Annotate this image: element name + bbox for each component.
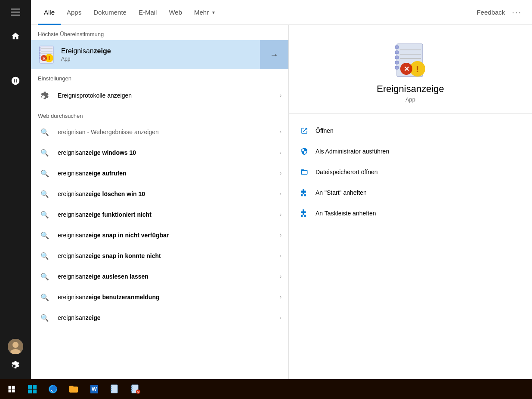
svg-rect-29 <box>28 385 32 389</box>
settings-item-icon <box>38 89 52 102</box>
web-item-text-8: ereignisanzeige benutzeranmeldung <box>58 293 274 301</box>
taskbar-word[interactable]: W <box>84 381 104 398</box>
taskbar-edge[interactable] <box>43 381 63 398</box>
web-item-3[interactable]: 🔍 ereignisanzeige löschen win 10 › <box>31 184 288 204</box>
sidebar <box>0 0 31 399</box>
web-item-text-6: ereignisanzeige snap in konnte nicht <box>58 252 274 260</box>
web-item-6[interactable]: 🔍 ereignisanzeige snap in konnte nicht › <box>31 246 288 266</box>
search-icon-8: 🔍 <box>38 290 52 304</box>
search-icon-4: 🔍 <box>38 208 52 221</box>
svg-text:✕: ✕ <box>403 65 409 73</box>
more-options-button[interactable]: ··· <box>508 7 525 17</box>
action-file-location-text: Dateispeicherort öffnen <box>315 169 378 175</box>
detail-header: ! ✕ Ereignisanzeige App <box>289 25 532 114</box>
sidebar-settings-icon[interactable] <box>7 356 24 373</box>
settings-item-text: Ereignisprotokolle anzeigen <box>58 92 274 99</box>
action-file-location[interactable]: Dateispeicherort öffnen <box>299 162 522 182</box>
svg-rect-4 <box>39 47 40 49</box>
svg-rect-36 <box>111 385 118 393</box>
taskbar-app1[interactable] <box>22 381 42 398</box>
action-pin-start[interactable]: An "Start" anheften <box>299 182 522 203</box>
pin-start-icon <box>299 187 309 198</box>
taskbar-notebook[interactable] <box>105 381 125 398</box>
search-icon-3: 🔍 <box>38 187 52 201</box>
tab-alle[interactable]: Alle <box>38 0 61 25</box>
best-match-arrow[interactable]: → <box>260 40 288 69</box>
web-label: Web durchsuchen <box>31 107 288 122</box>
svg-text:!: ! <box>48 55 50 61</box>
svg-rect-39 <box>111 390 112 391</box>
svg-rect-8 <box>39 57 40 59</box>
settings-item-0[interactable]: Ereignisprotokolle anzeigen › <box>31 84 288 107</box>
svg-text:✕: ✕ <box>42 56 46 61</box>
best-match-title: Ereignisanzeige <box>61 47 253 55</box>
action-pin-taskbar[interactable]: An Taskleiste anheften <box>299 203 522 224</box>
action-pin-start-text: An "Start" anheften <box>315 189 367 196</box>
tab-mehr[interactable]: Mehr ▾ <box>188 0 221 25</box>
hamburger-menu[interactable] <box>7 3 24 21</box>
chevron-right-icon-6: › <box>280 253 281 259</box>
chevron-right-icon-1: › <box>280 150 281 156</box>
taskbar-files[interactable] <box>64 381 84 398</box>
svg-rect-37 <box>111 386 112 387</box>
svg-rect-7 <box>39 55 40 56</box>
svg-rect-19 <box>395 56 399 59</box>
tab-dokumente[interactable]: Dokumente <box>87 0 133 25</box>
web-item-8[interactable]: 🔍 ereignisanzeige benutzeranmeldung › <box>31 287 288 307</box>
tab-email[interactable]: E-Mail <box>133 0 163 25</box>
svg-point-1 <box>12 342 19 348</box>
web-item-9[interactable]: 🔍 ereignisanzeige › <box>31 307 288 328</box>
web-item-text-9: ereignisanzeige <box>58 314 274 322</box>
web-item-text-2: ereignisanzeige aufrufen <box>58 169 274 177</box>
web-item-4[interactable]: 🔍 ereignisanzeige funktioniert nicht › <box>31 204 288 225</box>
search-icon-2: 🔍 <box>38 166 52 180</box>
main-content: Alle Apps Dokumente E-Mail Web Mehr ▾ Fe… <box>31 0 532 399</box>
svg-text:!: ! <box>416 64 419 74</box>
chevron-right-icon-3: › <box>280 191 281 197</box>
best-match-item[interactable]: ! ✕ Ereignisanzeige App → <box>31 40 288 69</box>
tab-bar: Alle Apps Dokumente E-Mail Web Mehr ▾ Fe… <box>31 0 532 25</box>
chevron-right-icon-5: › <box>280 232 281 238</box>
action-admin[interactable]: Als Administrator ausführen <box>299 141 522 162</box>
detail-app-type: App <box>405 96 415 103</box>
best-match-subtitle: App <box>61 56 253 62</box>
chevron-right-icon-9: › <box>280 315 281 321</box>
feedback-button[interactable]: Feedback <box>473 9 508 16</box>
svg-rect-43 <box>131 390 133 391</box>
content-area: Höchste Übereinstimmung <box>31 25 532 399</box>
sidebar-person-icon[interactable] <box>7 72 24 89</box>
web-item-1[interactable]: 🔍 ereignisanzeige windows 10 › <box>31 142 288 163</box>
best-match-content: ! ✕ Ereignisanzeige App <box>31 40 260 69</box>
taskbar-eventlog[interactable]: ✕ <box>126 381 145 398</box>
web-item-7[interactable]: 🔍 ereignisanzeige auslesen lassen › <box>31 266 288 287</box>
search-icon-9: 🔍 <box>38 311 52 325</box>
web-item-5[interactable]: 🔍 ereignisanzeige snap in nicht verfügba… <box>31 225 288 246</box>
avatar[interactable] <box>8 339 23 354</box>
results-panel: Höchste Übereinstimmung <box>31 25 288 399</box>
detail-app-name: Ereignisanzeige <box>377 83 444 95</box>
chevron-right-icon-0: › <box>280 129 281 135</box>
action-open[interactable]: Öffnen <box>299 120 522 141</box>
search-icon-1: 🔍 <box>38 146 52 160</box>
chevron-right-icon-2: › <box>280 170 281 176</box>
chevron-right-icon-7: › <box>280 273 281 279</box>
action-admin-text: Als Administrator ausführen <box>315 148 389 155</box>
tab-web[interactable]: Web <box>163 0 188 25</box>
web-item-text-4: ereignisanzeige funktioniert nicht <box>58 211 274 218</box>
tab-apps[interactable]: Apps <box>61 0 87 25</box>
svg-rect-30 <box>33 385 37 389</box>
file-location-icon <box>299 167 309 177</box>
best-match-label: Höchste Übereinstimmung <box>31 25 288 40</box>
sidebar-home-icon[interactable] <box>7 28 24 45</box>
chevron-right-icon-8: › <box>280 294 281 300</box>
search-icon-0: 🔍 <box>38 125 52 139</box>
web-item-0[interactable]: 🔍 ereignisan - Webergebnisse anzeigen › <box>31 122 288 142</box>
action-open-text: Öffnen <box>315 127 334 134</box>
search-icon-6: 🔍 <box>38 249 52 263</box>
web-item-2[interactable]: 🔍 ereignisanzeige aufrufen › <box>31 163 288 184</box>
svg-rect-21 <box>395 66 399 69</box>
detail-actions: Öffnen Als Administrator ausführen <box>289 114 532 230</box>
search-icon-7: 🔍 <box>38 270 52 283</box>
taskbar-start[interactable] <box>2 381 22 398</box>
chevron-right-icon-4: › <box>280 212 281 218</box>
